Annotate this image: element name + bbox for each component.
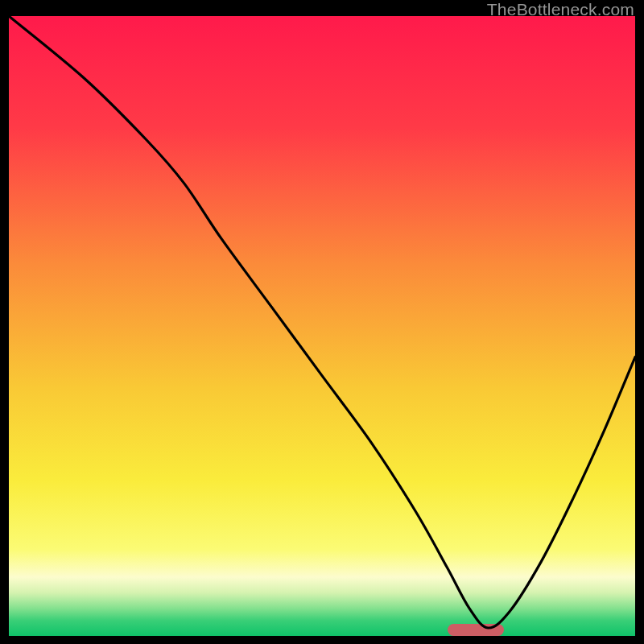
bottleneck-curve (9, 16, 635, 636)
watermark-text: TheBottleneck.com (487, 0, 634, 19)
